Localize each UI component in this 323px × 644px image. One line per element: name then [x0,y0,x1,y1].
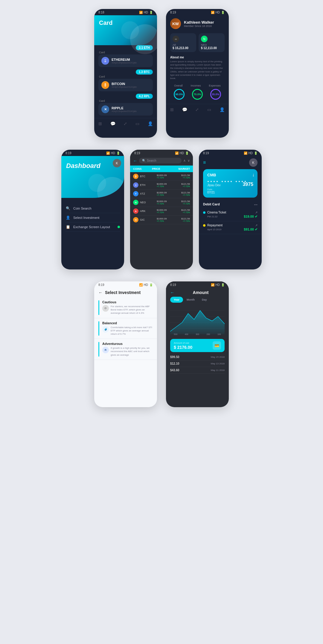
btc-row-icon: ₿ [133,174,138,179]
trans-ext-icon: ↗ [255,211,258,214]
trans-dot-yellow [203,224,205,227]
amount-widget-icon: 💳 [213,341,221,350]
card-header: Card [94,15,157,45]
coins-status-bar: 8:19 📶 HD 🔋 [130,150,193,156]
coins-search-bar: ← 🔍 Search ∧ ∨ [130,156,193,166]
coin-row-neo[interactable]: N NEO $1000.09+7.72% $121.58+7.72% [130,198,193,207]
nav-exchange-icon[interactable]: ⤢ [124,121,127,126]
row3-container: 8:19 📶 HD 🔋 ← Select Investment Cautious… [94,281,229,407]
debit-options-icon[interactable]: ··· [254,202,258,207]
amount-status-bar: 8:19 📶 HD 🔋 [166,281,229,288]
profile-since: Member Since 18 2016 [184,25,214,28]
select-invest-icon: 👤 [65,216,70,220]
row2-container: 8:19 📶 HD 🔋 Dashboard K 🔍 Coin Search 👤 … [61,150,262,269]
eth-icon: Ξ [101,57,109,65]
coin-row-xtz[interactable]: T XTZ $1000.09+7.72% $121.58+7.72% [130,190,193,198]
adventurous-icon: R [102,347,109,353]
active-dot [118,226,120,228]
adventurous-bar [98,342,99,357]
pnav-grid[interactable]: ⊞ [170,107,174,112]
amount-header: ← Amount [166,288,229,297]
eth-row-icon: Ξ [133,182,138,188]
invest-item-cautious[interactable]: Cautious ⟳ For starters, we recommend th… [94,297,157,318]
pnav-card[interactable]: ▭ [207,107,211,112]
debit-status-bar: 8:19 📶 HD 🔋 [199,150,262,156]
amount-title: Amount [177,290,225,295]
row1-container: 8:18 📶 HD 🔋 Card 2.1 ETH Card Ξ [94,9,229,138]
menu-label-exchange: Exchange Screen Layout [73,225,110,229]
coins-back-btn[interactable]: ← [133,158,137,163]
stat-income: 70.0% [192,89,203,100]
coin-row-gic[interactable]: G GIC $1000.09+7.72% $121.58+7.72% [130,216,193,224]
exchange-icon: 📋 [65,225,70,229]
status-bar-profile: 8:19 📶 HD 🔋 [166,9,229,15]
coins-search-input[interactable]: 🔍 Search [139,158,182,163]
menu-exchange-layout[interactable]: 📋 Exchange Screen Layout [65,222,120,232]
debit-top-bar: ≡ K [199,156,262,169]
invest-title: Select Investment [105,290,141,295]
cautious-icon: ⟳ [102,305,109,312]
nav-chat-icon[interactable]: 💬 [110,121,115,126]
dashboard-screen: 8:19 📶 HD 🔋 Dashboard K 🔍 Coin Search 👤 … [61,150,124,269]
invest-status-bar: 8:19 📶 HD 🔋 [94,281,157,288]
neo-card: N NEO $ 12,113.00 [199,33,225,52]
invest-screen: 8:19 📶 HD 🔋 ← Select Investment Cautious… [94,281,157,407]
pnav-profile[interactable]: 👤 [220,107,225,112]
invest-header: ← Select Investment [94,288,157,297]
invest-item-adventurous[interactable]: Adventurous R If growth is a high priori… [94,339,157,360]
cautious-bar [98,300,99,315]
dash-avatar: K [113,159,121,167]
coin-row-btc[interactable]: ₿ BTC $1000.09+7.72% $121.58+7.72% [130,172,193,181]
coins-screen: 8:19 📶 HD 🔋 ← 🔍 Search ∧ ∨ COINS PRICE M… [130,150,193,269]
rpl-icon: ✕ [101,105,109,113]
profile-avatar: KW [170,18,181,29]
tab-day[interactable]: Day [198,297,211,303]
amount-back-btn[interactable]: ← [170,290,174,295]
balanced-icon: 🧳 [102,326,109,333]
stats-section: Overall Incomes Expenses 90.0% 70.0% 35.… [166,82,229,102]
pnav-chat[interactable]: 💬 [182,107,187,112]
th-coins: COINS [133,167,152,170]
coins-table-header: COINS PRICE MARKET [130,166,193,172]
profile-header: KW Kathleen Walker Member Since 18 2016 [166,15,229,31]
neo-icon: N [201,36,208,42]
card-item-btc: 1.3 BTC Card ₿ BITCOIN 424j213hjkdas2314… [98,69,153,91]
debit-download-icon: ↓ [252,172,255,178]
btc-icon: ₿ [101,81,109,89]
about-section: About me Lorem Ipsum is simply dummy tex… [166,54,229,82]
gic-row-icon: G [133,217,138,222]
th-market: MARKET [171,167,190,170]
status-bar-card: 8:18 📶 HD 🔋 [94,9,157,15]
tab-year[interactable]: Year [170,297,183,303]
coin-row-eth[interactable]: Ξ ETH $1000.09+7.72% $121.58+7.72% [130,181,193,190]
tab-month[interactable]: Month [183,297,198,303]
menu-label-coin-search: Coin Search [73,207,92,210]
ae-icon: ∞ [173,36,179,42]
debit-menu-icon[interactable]: ≡ [203,160,206,165]
card-bottom-nav: ⊞ 💬 ⤢ ▭ 👤 [94,118,157,128]
coin-row-ark[interactable]: A ARK $1000.09+7.72% $121.58+7.72% [130,207,193,216]
amount-transactions: $99.50 May 15 2018 $12.10 May 13 2018 $4… [166,354,229,374]
invest-item-balanced[interactable]: Balanced 🧳 Comfortable taking a bit more… [94,318,157,339]
transaction-cinema: Cinema Ticket ↗ PM 21:22 $19.00 ✔ [199,208,262,221]
menu-select-investment[interactable]: 👤 Select Investment [65,213,120,222]
stat-expense: 35.0% [210,89,221,100]
menu-coin-search[interactable]: 🔍 Coin Search [65,204,120,213]
profile-screen: 8:19 📶 HD 🔋 KW Kathleen Walker Member Si… [166,9,229,138]
nav-card-icon[interactable]: ▭ [135,121,139,126]
neo-row-icon: N [133,200,138,205]
ark-row-icon: A [133,208,138,214]
invest-back-btn[interactable]: ← [98,290,103,295]
rpl-badge: 4.2 RPL [136,94,153,99]
trans-row-1: $99.50 May 15 2018 [170,354,225,360]
nav-profile-icon[interactable]: 👤 [148,121,153,126]
trans-ext-icon2: ↗ [255,224,258,227]
xtz-row-icon: T [133,191,138,196]
debit-card-name: CMB [207,173,253,177]
stat-overall: 90.0% [174,89,185,100]
nav-grid-icon[interactable]: ⊞ [98,121,102,126]
debit-avatar: K [249,158,258,167]
pnav-exchange[interactable]: ⤢ [195,107,199,112]
th-price: PRICE [152,167,171,170]
card-items-list: 2.1 ETH Card Ξ ETHEREUM 42kj213hjkdas231… [94,45,157,116]
